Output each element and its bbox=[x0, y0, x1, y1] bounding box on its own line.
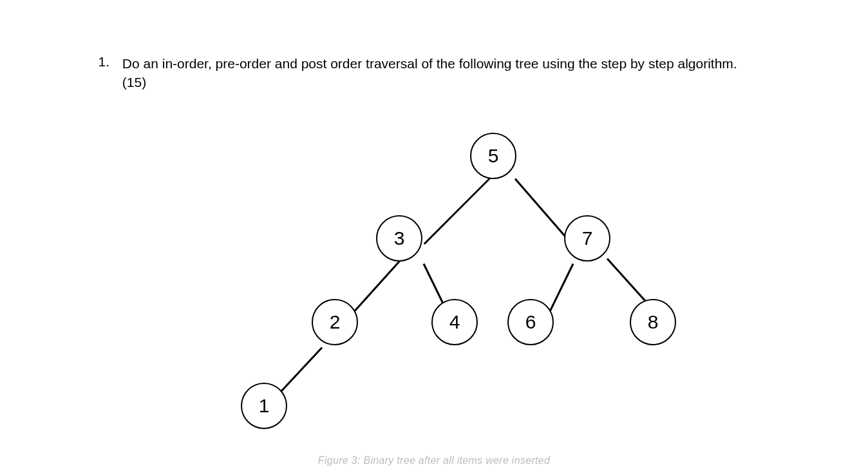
tree-node-label: 3 bbox=[394, 227, 405, 249]
figure-caption: Figure 3: Binary tree after all items we… bbox=[0, 455, 868, 466]
tree-node-4: 4 bbox=[431, 299, 478, 345]
tree-node-1: 1 bbox=[241, 383, 287, 429]
tree-node-8: 8 bbox=[630, 299, 676, 345]
edge-5-3 bbox=[424, 169, 499, 244]
tree-node-label: 7 bbox=[582, 227, 593, 249]
question-block: 1. Do an in-order, pre-order and post or… bbox=[84, 54, 784, 92]
tree-node-3: 3 bbox=[376, 215, 422, 262]
tree-node-5: 5 bbox=[470, 133, 516, 179]
tree-node-label: 4 bbox=[449, 311, 460, 333]
tree-node-6: 6 bbox=[507, 299, 554, 345]
tree-node-label: 6 bbox=[525, 311, 536, 333]
tree-node-label: 8 bbox=[648, 311, 659, 333]
tree-node-7: 7 bbox=[564, 215, 610, 262]
tree-node-label: 5 bbox=[488, 145, 499, 167]
tree-node-2: 2 bbox=[312, 299, 358, 345]
tree-node-label: 1 bbox=[259, 395, 270, 417]
question-number: 1. bbox=[84, 54, 109, 70]
question-text: Do an in-order, pre-order and post order… bbox=[122, 54, 741, 92]
tree-node-label: 2 bbox=[330, 311, 341, 333]
tree-diagram: 5 3 7 2 4 6 8 1 bbox=[0, 122, 868, 457]
